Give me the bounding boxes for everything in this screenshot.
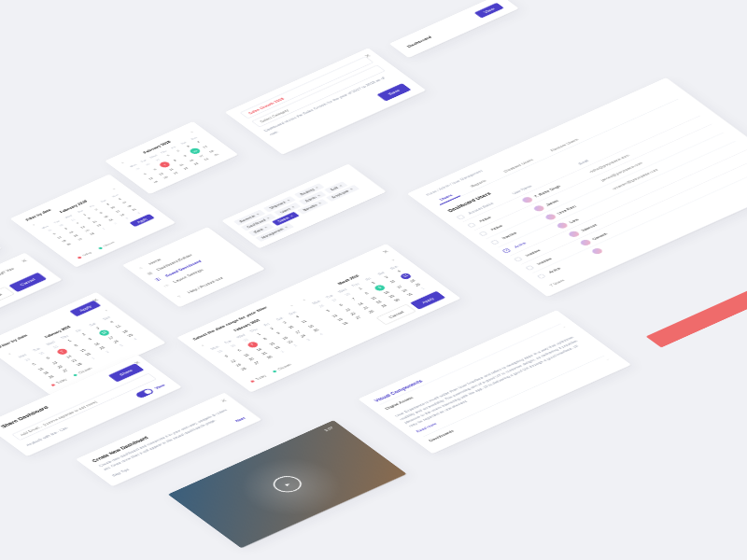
avatar bbox=[543, 213, 557, 220]
sidebar-item-help[interactable]: ?Help / Product tour bbox=[174, 262, 252, 300]
avatar bbox=[579, 239, 593, 246]
bookmark-icon: ☰ bbox=[154, 276, 163, 282]
tag[interactable]: Benefits× bbox=[297, 199, 328, 214]
next-month-icon[interactable]: › bbox=[289, 303, 294, 307]
avatar bbox=[556, 221, 570, 229]
cancel-button[interactable]: Cancel bbox=[376, 304, 416, 325]
row-checkbox[interactable] bbox=[537, 273, 545, 278]
desc-text: Dashboard shows the Sales Growth for the… bbox=[263, 74, 398, 137]
delete-button[interactable]: Delete bbox=[0, 287, 15, 307]
next-month-icon[interactable]: › bbox=[103, 308, 108, 312]
legend-chosen: Chosen bbox=[72, 367, 92, 377]
create-body: Create new dashboard and customize it in… bbox=[97, 406, 237, 471]
play-icon[interactable]: ▶ bbox=[268, 473, 307, 496]
calendar-grid[interactable]: MonTueWedThuFriSatSun 2930311234 5678910… bbox=[126, 134, 223, 186]
row-checkbox[interactable] bbox=[525, 265, 533, 270]
category-select[interactable]: Select Category bbox=[251, 65, 386, 128]
avatar bbox=[532, 204, 546, 212]
row-checkbox[interactable] bbox=[490, 240, 499, 245]
next-button[interactable]: Next bbox=[234, 416, 246, 422]
view-button[interactable]: View bbox=[474, 3, 504, 19]
help-icon: ? bbox=[176, 293, 186, 299]
alert-banner bbox=[646, 230, 747, 347]
video-duration: 2:07 bbox=[324, 427, 334, 432]
prev-month-icon[interactable]: ‹ bbox=[31, 222, 36, 226]
close-icon[interactable]: ✕ bbox=[381, 249, 390, 255]
close-icon[interactable]: ✕ bbox=[362, 53, 372, 59]
dashboard-label: Dashboard bbox=[406, 35, 433, 49]
next-month-icon[interactable]: › bbox=[390, 259, 396, 262]
select-all-checkbox[interactable] bbox=[457, 215, 465, 219]
row-checkbox[interactable] bbox=[501, 248, 510, 253]
permission-toggle[interactable] bbox=[134, 387, 155, 399]
calendar-grid[interactable]: MonTueWedThuFriSatSun 2930311234 5678910… bbox=[206, 308, 331, 373]
skip-link[interactable]: Skip Tips bbox=[111, 468, 132, 478]
col-email: Email bbox=[578, 159, 590, 165]
cancel-button[interactable]: Cancel bbox=[8, 273, 47, 292]
chevron-down-icon: ˅ bbox=[606, 358, 613, 362]
tab-users[interactable]: Users bbox=[432, 190, 461, 205]
prev-month-icon[interactable]: ‹ bbox=[7, 352, 12, 356]
row-checkbox[interactable] bbox=[467, 222, 475, 227]
legend-today: Today bbox=[49, 378, 67, 386]
prev-month-icon[interactable]: ‹ bbox=[302, 298, 307, 301]
prev-month-icon[interactable]: ‹ bbox=[200, 343, 205, 347]
legend-chosen: Chosen bbox=[97, 241, 115, 249]
next-month-icon[interactable]: › bbox=[189, 130, 194, 133]
chevron-up-icon: ˄ bbox=[563, 327, 570, 330]
next-month-icon[interactable]: › bbox=[110, 187, 116, 190]
legend-today: Today bbox=[249, 374, 267, 383]
legend-chosen: Chosen bbox=[272, 363, 292, 373]
home-icon: ⌂ bbox=[137, 265, 147, 271]
share-title: Share Dashboard bbox=[0, 405, 49, 429]
calendar-grid[interactable]: MonTueWedThuFriSatSun 2627281234 5678910… bbox=[307, 263, 431, 329]
legend-today: Today bbox=[77, 251, 92, 259]
row-checkbox[interactable] bbox=[514, 257, 522, 261]
layout-icon: ▭ bbox=[162, 283, 171, 288]
link-permission-label: Anybody with link · Can bbox=[25, 427, 70, 448]
status-cell: Active bbox=[548, 254, 590, 273]
row-checkbox[interactable] bbox=[479, 231, 487, 235]
prev-month-icon[interactable]: ‹ bbox=[120, 161, 125, 164]
avatar bbox=[590, 247, 604, 255]
permission-value: View bbox=[154, 384, 166, 390]
avatar bbox=[567, 231, 581, 238]
apply-button[interactable]: Apply bbox=[69, 301, 101, 316]
grid-icon: ▦ bbox=[146, 271, 155, 276]
avatar bbox=[520, 196, 534, 203]
